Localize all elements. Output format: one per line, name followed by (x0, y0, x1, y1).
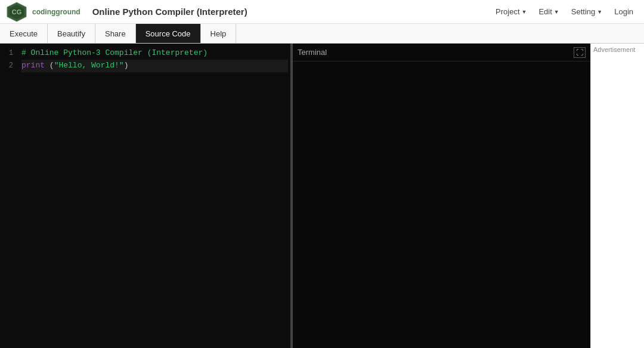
project-arrow-icon: ▼ (522, 9, 527, 15)
main-area: 1 2 # Online Python-3 Compiler (Interpre… (0, 44, 644, 348)
source-code-button[interactable]: Source Code (136, 24, 201, 43)
logo-icon: CG (6, 1, 27, 23)
editor-panel: 1 2 # Online Python-3 Compiler (Interpre… (0, 44, 290, 348)
line-number-2: 2 (0, 60, 16, 72)
terminal-header: Terminal ⛶ (293, 44, 590, 61)
line-number-1: 1 (0, 47, 16, 60)
setting-arrow-icon: ▼ (597, 9, 602, 15)
share-button[interactable]: Share (95, 24, 136, 43)
code-area[interactable]: 1 2 # Online Python-3 Compiler (Interpre… (0, 44, 290, 348)
project-menu-button[interactable]: Project ▼ (491, 5, 531, 19)
svg-text:CG: CG (12, 8, 22, 16)
keyword-print: print (21, 60, 45, 72)
edit-arrow-icon: ▼ (554, 9, 559, 15)
execute-button[interactable]: Execute (0, 24, 48, 43)
beautify-button[interactable]: Beautify (48, 24, 95, 43)
edit-menu-button[interactable]: Edit ▼ (534, 5, 564, 19)
setting-menu-button[interactable]: Setting ▼ (566, 5, 607, 19)
ad-panel: Advertisement (590, 44, 644, 348)
toolbar: Execute Beautify Share Source Code Help (0, 24, 644, 44)
code-comment: # Online Python-3 Compiler (Interpreter) (21, 47, 208, 60)
navbar: CG codingground Online Python Compiler (… (0, 0, 644, 24)
login-button[interactable]: Login (609, 5, 638, 19)
line-numbers: 1 2 (0, 46, 19, 346)
logo-area: CG codingground (6, 1, 80, 23)
terminal-panel: Terminal ⛶ (293, 44, 590, 348)
expand-icon: ⛶ (576, 48, 583, 57)
logo-text: codingground (32, 8, 80, 16)
app-title: Online Python Compiler (Interpreter) (92, 7, 247, 17)
nav-right: Project ▼ Edit ▼ Setting ▼ Login (491, 5, 638, 19)
string-hello: "Hello, World!" (54, 60, 124, 72)
code-lines[interactable]: # Online Python-3 Compiler (Interpreter)… (19, 46, 290, 346)
help-button[interactable]: Help (201, 24, 237, 43)
terminal-body[interactable] (293, 61, 590, 348)
advertisement-label: Advertisement (593, 46, 642, 53)
terminal-expand-button[interactable]: ⛶ (574, 47, 586, 58)
code-line-2: print ("Hello, World!") (21, 60, 288, 72)
terminal-label: Terminal (298, 48, 327, 57)
code-line-1: # Online Python-3 Compiler (Interpreter) (21, 47, 288, 60)
